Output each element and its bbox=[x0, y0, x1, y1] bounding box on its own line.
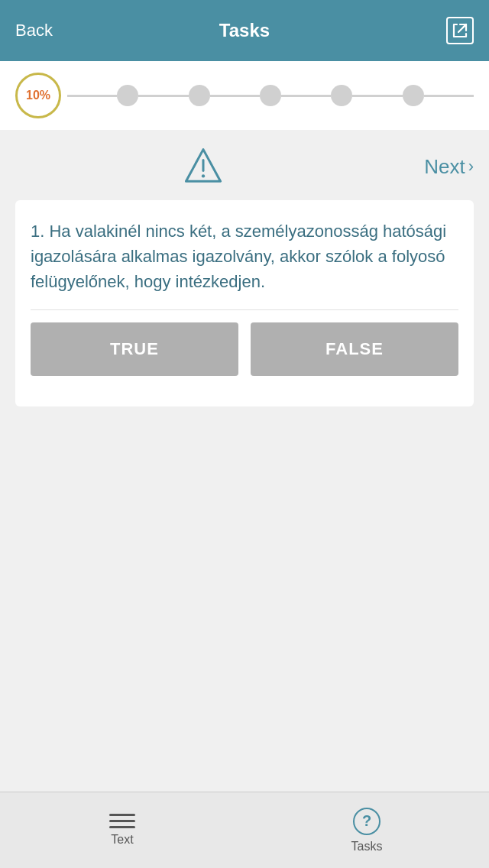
connector-1 bbox=[67, 95, 117, 97]
hamburger-line-2 bbox=[109, 820, 135, 822]
tab-text[interactable]: Text bbox=[0, 792, 244, 868]
chevron-right-icon: › bbox=[468, 157, 474, 177]
back-button[interactable]: Back bbox=[15, 21, 53, 40]
progress-dots bbox=[67, 85, 474, 106]
warning-icon bbox=[183, 145, 223, 185]
connector-4 bbox=[281, 95, 331, 97]
svg-line-1 bbox=[458, 24, 466, 32]
tasks-help-icon: ? bbox=[353, 808, 381, 835]
progress-dot-3 bbox=[260, 85, 281, 106]
header: Back Tasks bbox=[0, 0, 489, 61]
svg-point-4 bbox=[202, 174, 205, 177]
hamburger-icon bbox=[109, 814, 135, 828]
next-button[interactable]: Next › bbox=[424, 155, 474, 179]
hamburger-line-1 bbox=[109, 814, 135, 816]
progress-circle: 10% bbox=[15, 73, 61, 118]
connector-6 bbox=[424, 95, 474, 97]
question-text: 1. Ha valakinél nincs két, a személyazon… bbox=[31, 219, 458, 294]
connector-5 bbox=[352, 95, 402, 97]
tasks-tab-label: Tasks bbox=[351, 840, 383, 853]
share-icon bbox=[451, 21, 469, 40]
share-button[interactable] bbox=[446, 17, 474, 44]
answer-row: TRUE FALSE bbox=[31, 310, 458, 391]
progress-dot-5 bbox=[403, 85, 424, 106]
progress-line bbox=[61, 85, 474, 106]
next-label: Next bbox=[424, 155, 465, 179]
warning-icon-wrap bbox=[183, 145, 223, 188]
tab-tasks[interactable]: ? Tasks bbox=[244, 792, 489, 868]
tab-bar: Text ? Tasks bbox=[0, 792, 489, 868]
progress-dot-2 bbox=[189, 85, 210, 106]
text-tab-label: Text bbox=[111, 833, 133, 847]
progress-area: 10% bbox=[0, 61, 489, 130]
hamburger-line-3 bbox=[109, 826, 135, 828]
question-header: Next › bbox=[15, 145, 474, 188]
connector-3 bbox=[210, 95, 260, 97]
main-content: Next › 1. Ha valakinél nincs két, a szem… bbox=[0, 130, 489, 406]
progress-dot-1 bbox=[117, 85, 138, 106]
question-card: 1. Ha valakinél nincs két, a személyazon… bbox=[15, 200, 474, 406]
connector-2 bbox=[138, 95, 188, 97]
header-title: Tasks bbox=[219, 20, 270, 41]
false-button[interactable]: FALSE bbox=[251, 322, 458, 376]
true-button[interactable]: TRUE bbox=[31, 322, 238, 376]
progress-dot-4 bbox=[331, 85, 352, 106]
progress-percent: 10% bbox=[26, 89, 50, 102]
